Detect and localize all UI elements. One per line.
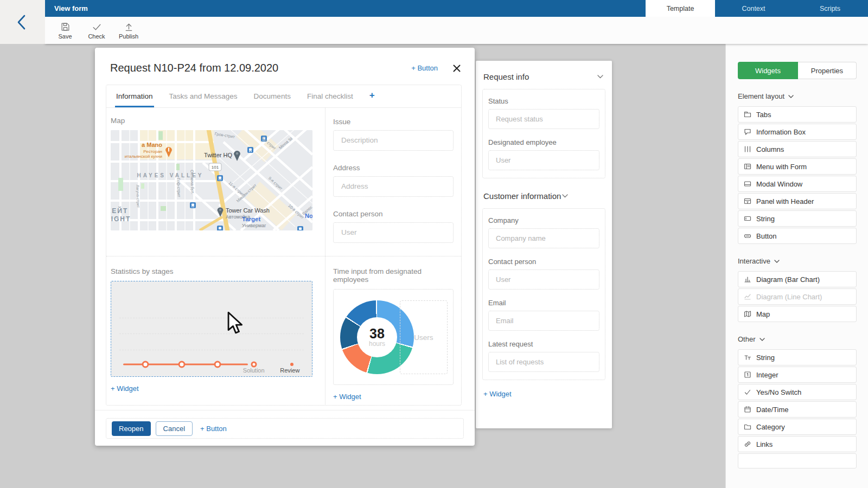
group-interactive[interactable]: Interactive xyxy=(738,257,857,265)
group-element-layout[interactable]: Element layout xyxy=(738,92,857,100)
customer-contact-label: Contact person xyxy=(488,258,599,266)
donut-center: 38 hours xyxy=(357,317,397,357)
widget-item-tabs[interactable]: Tabs xyxy=(738,106,857,123)
svg-text:Target: Target xyxy=(242,216,260,222)
address-input[interactable]: Address xyxy=(333,176,454,197)
donut-value: 38 xyxy=(369,327,385,340)
add-tab-button[interactable]: + xyxy=(368,90,376,107)
svg-text:Октавиа бул.: Октавиа бул. xyxy=(189,170,195,195)
add-footer-button-link[interactable]: + Button xyxy=(200,425,227,433)
svg-text:Универмаг: Универмаг xyxy=(242,223,266,228)
svg-text:101: 101 xyxy=(212,165,219,170)
form-tabs: Information Tasks and Messages Documents… xyxy=(106,85,461,108)
donut-unit: hours xyxy=(369,340,385,348)
line-chart-icon xyxy=(744,293,751,300)
contact-person-input[interactable]: User xyxy=(333,222,454,243)
latest-request-input[interactable]: List of requests xyxy=(488,352,599,372)
back-button[interactable] xyxy=(15,14,28,30)
publish-button[interactable]: Publish xyxy=(119,22,138,40)
check-icon xyxy=(744,388,751,396)
chevron-down-icon[interactable] xyxy=(562,194,568,198)
widget-item-map[interactable]: Map xyxy=(738,306,857,322)
designated-employee-input[interactable]: User xyxy=(488,150,599,170)
tab-properties[interactable]: Properties xyxy=(798,62,857,79)
check-icon xyxy=(92,22,102,32)
email-input[interactable]: Email xyxy=(488,311,599,331)
add-header-button-link[interactable]: + Button xyxy=(411,64,438,72)
customer-contact-input[interactable]: User xyxy=(488,269,599,290)
tab-scripts[interactable]: Scripts xyxy=(792,0,868,17)
add-widget-link-panel[interactable]: + Widget xyxy=(483,390,512,398)
tab-context[interactable]: Context xyxy=(715,0,792,17)
tab-template[interactable]: Template xyxy=(646,0,715,17)
line-chart-widget[interactable]: Solution Review xyxy=(111,281,312,377)
svg-text:итальянской кухни: итальянской кухни xyxy=(125,154,162,159)
top-left-corner xyxy=(0,0,45,44)
tab-documents[interactable]: Documents xyxy=(253,86,292,107)
menu-with-form-icon xyxy=(744,163,751,170)
donut-chart-widget[interactable]: 38 hours Users xyxy=(333,289,454,385)
field-item-string[interactable]: String xyxy=(738,349,857,365)
add-widget-link-right[interactable]: + Widget xyxy=(333,393,361,401)
widgets-sidebar: Widgets Properties Element layout Tabs I… xyxy=(725,44,868,488)
issue-input[interactable]: Description xyxy=(333,130,454,151)
check-button[interactable]: Check xyxy=(87,22,106,40)
window-title: View form xyxy=(45,4,646,12)
save-icon xyxy=(60,22,71,32)
field-item-links[interactable]: Links xyxy=(738,436,857,452)
widget-item-diagram-bar-chart[interactable]: Diagram (Bar Chart) xyxy=(738,271,857,287)
stage-label-solution: Solution xyxy=(243,367,265,374)
field-item-date-time[interactable]: Date/Time xyxy=(738,401,857,418)
map-widget[interactable]: 101 xyxy=(111,130,312,230)
widget-item-panel-with-header[interactable]: Panel with Header xyxy=(738,193,857,209)
svg-text:Twitter HQ: Twitter HQ xyxy=(204,152,232,158)
tab-information[interactable]: Information xyxy=(115,86,154,107)
svg-text:Ресторан: Ресторан xyxy=(143,149,162,154)
tab-final-checklist[interactable]: Final checklist xyxy=(306,86,354,107)
svg-text:Tower Car Wash: Tower Car Wash xyxy=(226,207,270,214)
customer-info-group: Company Company name Contact person User… xyxy=(482,208,605,380)
cancel-button[interactable]: Cancel xyxy=(156,421,193,436)
widget-item-string-layout[interactable]: String xyxy=(738,210,857,227)
status-label: Status xyxy=(488,97,599,105)
text-type-icon xyxy=(744,354,751,361)
field-item-integer[interactable]: Integer xyxy=(738,367,857,383)
widget-item-diagram-line-chart: Diagram (Line Chart) xyxy=(738,288,857,305)
company-input[interactable]: Company name xyxy=(488,228,599,248)
tab-widgets[interactable]: Widgets xyxy=(738,62,798,79)
customer-info-title: Customer information xyxy=(483,191,561,201)
request-info-group: Status Request status Designated employe… xyxy=(482,89,605,178)
folder-icon xyxy=(744,423,751,431)
latest-request-label: Latest request xyxy=(488,340,599,348)
widget-item-modal-window[interactable]: Modal Window xyxy=(738,176,857,192)
request-info-title: Request info xyxy=(483,72,529,81)
bar-chart-icon xyxy=(744,275,751,283)
reopen-button[interactable]: Reopen xyxy=(112,421,151,436)
columns-icon xyxy=(744,145,751,153)
email-label: Email xyxy=(488,299,599,307)
empty-widget-slot xyxy=(738,453,857,468)
widget-item-menu-with-form[interactable]: Menu with Form xyxy=(738,158,857,175)
users-legend-placeholder[interactable]: Users xyxy=(400,300,448,374)
close-icon[interactable] xyxy=(453,65,461,72)
request-info-panel: Request info Status Request status Desig… xyxy=(476,61,612,428)
button-icon xyxy=(744,232,751,240)
save-button[interactable]: Save xyxy=(56,22,74,40)
group-other[interactable]: Other xyxy=(738,335,857,343)
widget-item-columns[interactable]: Columns xyxy=(738,141,857,157)
add-widget-link-left[interactable]: + Widget xyxy=(111,384,139,393)
status-input[interactable]: Request status xyxy=(488,109,599,129)
field-item-category[interactable]: Category xyxy=(738,419,857,435)
svg-text:Гоф-стрит: Гоф-стрит xyxy=(176,178,181,197)
widget-item-button[interactable]: Button xyxy=(738,228,857,244)
chevron-down-icon[interactable] xyxy=(597,75,603,79)
contact-person-label: Contact person xyxy=(333,210,454,218)
modal-footer: Reopen Cancel + Button xyxy=(95,410,475,439)
widget-item-information-box[interactable]: Information Box xyxy=(738,124,857,140)
form-canvas: Information Tasks and Messages Documents… xyxy=(106,85,462,406)
tab-tasks-and-messages[interactable]: Tasks and Messages xyxy=(168,86,239,107)
svg-text:КЕЙТ: КЕЙТ xyxy=(111,207,128,215)
top-bar: View form Template Context Scripts xyxy=(45,0,868,17)
tabs-icon xyxy=(744,111,751,118)
field-item-yes-no-switch[interactable]: Yes/No Switch xyxy=(738,384,857,400)
